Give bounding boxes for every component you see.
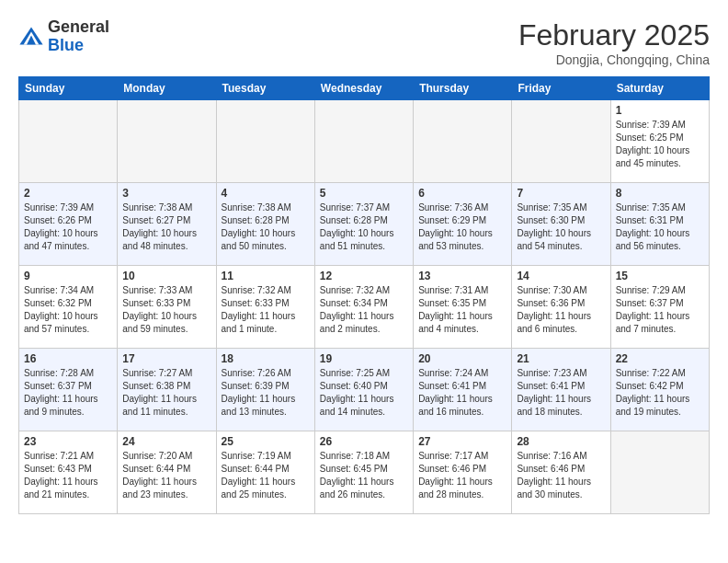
day-number: 21	[517, 352, 605, 365]
column-header-thursday: Thursday	[414, 77, 512, 100]
calendar-cell	[314, 100, 413, 183]
day-info: Sunrise: 7:36 AM Sunset: 6:29 PM Dayligh…	[418, 201, 506, 253]
column-header-friday: Friday	[512, 77, 610, 100]
day-info: Sunrise: 7:21 AM Sunset: 6:43 PM Dayligh…	[24, 450, 112, 501]
day-info: Sunrise: 7:25 AM Sunset: 6:40 PM Dayligh…	[320, 367, 408, 419]
calendar-cell: 2Sunrise: 7:39 AM Sunset: 6:26 PM Daylig…	[19, 183, 118, 266]
day-number: 8	[616, 187, 704, 200]
calendar-cell: 26Sunrise: 7:18 AM Sunset: 6:45 PM Dayli…	[314, 431, 413, 514]
calendar-cell: 15Sunrise: 7:29 AM Sunset: 6:37 PM Dayli…	[610, 266, 709, 349]
calendar-cell: 19Sunrise: 7:25 AM Sunset: 6:40 PM Dayli…	[314, 349, 413, 431]
calendar-cell: 1Sunrise: 7:39 AM Sunset: 6:25 PM Daylig…	[610, 100, 709, 183]
calendar-cell: 10Sunrise: 7:33 AM Sunset: 6:33 PM Dayli…	[118, 266, 216, 349]
page-header: General Blue February 2025 Dongjia, Chon…	[18, 18, 710, 67]
logo-icon	[18, 24, 44, 50]
day-number: 4	[222, 187, 310, 200]
calendar-cell: 8Sunrise: 7:35 AM Sunset: 6:31 PM Daylig…	[610, 183, 709, 266]
day-info: Sunrise: 7:32 AM Sunset: 6:34 PM Dayligh…	[320, 284, 408, 336]
day-info: Sunrise: 7:31 AM Sunset: 6:35 PM Dayligh…	[418, 284, 506, 336]
day-number: 25	[222, 435, 310, 448]
day-number: 17	[122, 352, 210, 365]
day-info: Sunrise: 7:19 AM Sunset: 6:44 PM Dayligh…	[222, 450, 310, 501]
day-number: 1	[616, 104, 704, 117]
day-info: Sunrise: 7:39 AM Sunset: 6:26 PM Dayligh…	[24, 201, 112, 253]
day-number: 11	[222, 270, 310, 282]
calendar-cell: 21Sunrise: 7:23 AM Sunset: 6:41 PM Dayli…	[512, 349, 610, 431]
calendar-cell: 13Sunrise: 7:31 AM Sunset: 6:35 PM Dayli…	[414, 266, 512, 349]
calendar-cell: 17Sunrise: 7:27 AM Sunset: 6:38 PM Dayli…	[118, 349, 216, 431]
day-info: Sunrise: 7:24 AM Sunset: 6:41 PM Dayligh…	[418, 367, 506, 419]
calendar-cell	[610, 431, 709, 514]
calendar-cell: 7Sunrise: 7:35 AM Sunset: 6:30 PM Daylig…	[512, 183, 610, 266]
day-info: Sunrise: 7:22 AM Sunset: 6:42 PM Dayligh…	[616, 367, 704, 419]
day-number: 20	[418, 352, 506, 365]
calendar-table: SundayMondayTuesdayWednesdayThursdayFrid…	[18, 76, 710, 514]
calendar-cell: 23Sunrise: 7:21 AM Sunset: 6:43 PM Dayli…	[19, 431, 118, 514]
calendar-cell: 28Sunrise: 7:16 AM Sunset: 6:46 PM Dayli…	[512, 431, 610, 514]
day-info: Sunrise: 7:16 AM Sunset: 6:46 PM Dayligh…	[517, 450, 605, 501]
day-info: Sunrise: 7:33 AM Sunset: 6:33 PM Dayligh…	[122, 284, 210, 336]
title-block: February 2025 Dongjia, Chongqing, China	[518, 18, 710, 67]
logo: General Blue	[18, 18, 109, 55]
day-number: 24	[122, 435, 210, 448]
column-header-saturday: Saturday	[610, 77, 709, 100]
day-info: Sunrise: 7:29 AM Sunset: 6:37 PM Dayligh…	[616, 284, 704, 336]
day-number: 28	[517, 435, 605, 448]
day-number: 14	[517, 270, 605, 282]
calendar-cell: 20Sunrise: 7:24 AM Sunset: 6:41 PM Dayli…	[414, 349, 512, 431]
calendar-cell: 16Sunrise: 7:28 AM Sunset: 6:37 PM Dayli…	[19, 349, 118, 431]
calendar-cell: 18Sunrise: 7:26 AM Sunset: 6:39 PM Dayli…	[216, 349, 314, 431]
day-number: 19	[320, 352, 408, 365]
calendar-cell: 12Sunrise: 7:32 AM Sunset: 6:34 PM Dayli…	[314, 266, 413, 349]
day-number: 27	[418, 435, 506, 448]
calendar-cell	[118, 100, 216, 183]
day-info: Sunrise: 7:27 AM Sunset: 6:38 PM Dayligh…	[122, 367, 210, 419]
calendar-cell: 4Sunrise: 7:38 AM Sunset: 6:28 PM Daylig…	[216, 183, 314, 266]
day-info: Sunrise: 7:38 AM Sunset: 6:28 PM Dayligh…	[222, 201, 310, 253]
day-number: 7	[517, 187, 605, 200]
column-header-sunday: Sunday	[19, 77, 118, 100]
day-number: 16	[24, 352, 112, 365]
column-header-monday: Monday	[118, 77, 216, 100]
day-number: 18	[222, 352, 310, 365]
calendar-cell: 25Sunrise: 7:19 AM Sunset: 6:44 PM Dayli…	[216, 431, 314, 514]
day-number: 15	[616, 270, 704, 282]
day-info: Sunrise: 7:34 AM Sunset: 6:32 PM Dayligh…	[24, 284, 112, 336]
day-number: 9	[24, 270, 112, 282]
day-info: Sunrise: 7:20 AM Sunset: 6:44 PM Dayligh…	[122, 450, 210, 501]
day-number: 5	[320, 187, 408, 200]
day-number: 12	[320, 270, 408, 282]
column-header-wednesday: Wednesday	[314, 77, 413, 100]
day-number: 23	[24, 435, 112, 448]
calendar-week-3: 9Sunrise: 7:34 AM Sunset: 6:32 PM Daylig…	[19, 266, 710, 349]
day-info: Sunrise: 7:35 AM Sunset: 6:31 PM Dayligh…	[616, 201, 704, 253]
day-info: Sunrise: 7:35 AM Sunset: 6:30 PM Dayligh…	[517, 201, 605, 253]
day-info: Sunrise: 7:26 AM Sunset: 6:39 PM Dayligh…	[222, 367, 310, 419]
logo-text: General Blue	[48, 18, 109, 55]
day-number: 2	[24, 187, 112, 200]
calendar-cell: 9Sunrise: 7:34 AM Sunset: 6:32 PM Daylig…	[19, 266, 118, 349]
day-info: Sunrise: 7:30 AM Sunset: 6:36 PM Dayligh…	[517, 284, 605, 336]
day-number: 6	[418, 187, 506, 200]
day-info: Sunrise: 7:37 AM Sunset: 6:28 PM Dayligh…	[320, 201, 408, 253]
calendar-cell	[216, 100, 314, 183]
calendar-cell: 6Sunrise: 7:36 AM Sunset: 6:29 PM Daylig…	[414, 183, 512, 266]
day-number: 22	[616, 352, 704, 365]
calendar-cell: 11Sunrise: 7:32 AM Sunset: 6:33 PM Dayli…	[216, 266, 314, 349]
day-number: 10	[122, 270, 210, 282]
day-info: Sunrise: 7:23 AM Sunset: 6:41 PM Dayligh…	[517, 367, 605, 419]
column-header-tuesday: Tuesday	[216, 77, 314, 100]
calendar-header-row: SundayMondayTuesdayWednesdayThursdayFrid…	[19, 77, 710, 100]
calendar-cell: 5Sunrise: 7:37 AM Sunset: 6:28 PM Daylig…	[314, 183, 413, 266]
day-info: Sunrise: 7:39 AM Sunset: 6:25 PM Dayligh…	[616, 119, 704, 170]
day-info: Sunrise: 7:28 AM Sunset: 6:37 PM Dayligh…	[24, 367, 112, 419]
calendar-cell: 22Sunrise: 7:22 AM Sunset: 6:42 PM Dayli…	[610, 349, 709, 431]
calendar-cell: 3Sunrise: 7:38 AM Sunset: 6:27 PM Daylig…	[118, 183, 216, 266]
day-info: Sunrise: 7:38 AM Sunset: 6:27 PM Dayligh…	[122, 201, 210, 253]
day-info: Sunrise: 7:17 AM Sunset: 6:46 PM Dayligh…	[418, 450, 506, 501]
calendar-cell	[512, 100, 610, 183]
calendar-cell: 24Sunrise: 7:20 AM Sunset: 6:44 PM Dayli…	[118, 431, 216, 514]
calendar-week-4: 16Sunrise: 7:28 AM Sunset: 6:37 PM Dayli…	[19, 349, 710, 431]
day-info: Sunrise: 7:18 AM Sunset: 6:45 PM Dayligh…	[320, 450, 408, 501]
day-number: 13	[418, 270, 506, 282]
